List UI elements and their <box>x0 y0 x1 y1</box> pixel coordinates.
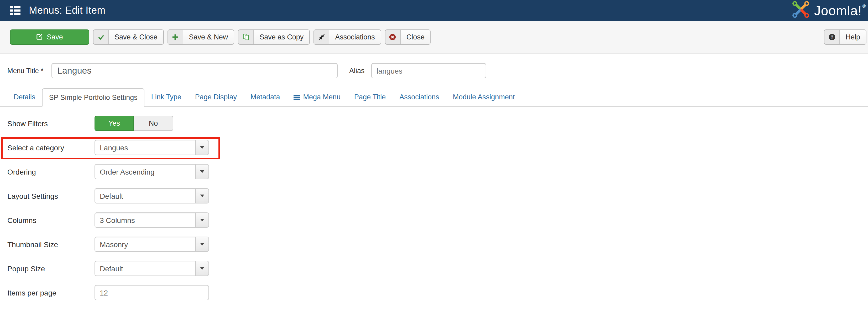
cancel-icon <box>385 30 401 44</box>
chevron-down-icon <box>200 267 204 270</box>
tab-details[interactable]: Details <box>7 88 42 106</box>
items-per-page-label: Items per page <box>0 288 95 297</box>
category-select-value[interactable]: Langues <box>95 140 195 155</box>
menu-title-label: Menu Title * <box>0 67 52 75</box>
help-button[interactable]: ? Help <box>824 29 866 45</box>
edit-item-form: Menu Title * Alias Details SP Simple Por… <box>0 63 868 300</box>
thumbnail-size-select-value[interactable]: Masonry <box>95 237 195 252</box>
chevron-down-icon <box>200 146 204 149</box>
select-category-label: Select a category <box>0 143 95 152</box>
thumbnail-size-select-caret-button[interactable] <box>195 237 209 252</box>
popup-size-row: Popup Size Default <box>0 261 868 276</box>
layout-settings-select-caret-button[interactable] <box>195 188 209 203</box>
tab-bar: Details SP Simple Portfolio Settings Lin… <box>0 87 868 107</box>
alias-label: Alias <box>349 67 365 75</box>
tab-metadata[interactable]: Metadata <box>244 88 287 106</box>
columns-select-value[interactable]: 3 Columns <box>95 212 195 228</box>
ordering-label: Ordering <box>0 168 95 176</box>
page-title: Menus: Edit Item <box>29 5 105 16</box>
chevron-down-icon <box>200 195 204 197</box>
show-filters-row: Show Filters Yes No <box>0 116 868 131</box>
save-and-new-button[interactable]: Save & New <box>167 29 235 45</box>
tab-sp-simple-portfolio-settings[interactable]: SP Simple Portfolio Settings <box>42 88 145 107</box>
items-per-page-input[interactable] <box>95 285 209 300</box>
ordering-row: Ordering Order Ascending <box>0 164 868 179</box>
tab-link-type[interactable]: Link Type <box>145 88 188 106</box>
hamburger-icon <box>294 94 300 99</box>
alias-input[interactable] <box>372 63 487 78</box>
select-category-row: Select a category Langues <box>0 140 868 155</box>
ordering-select-caret-button[interactable] <box>195 164 209 179</box>
popup-size-select-value[interactable]: Default <box>95 261 195 276</box>
tab-page-title[interactable]: Page Title <box>347 88 393 106</box>
tab-associations[interactable]: Associations <box>393 88 446 106</box>
save-button[interactable]: Save <box>10 29 89 45</box>
chevron-down-icon <box>200 170 204 173</box>
category-select: Langues <box>95 140 209 155</box>
layout-settings-label: Layout Settings <box>0 192 95 200</box>
close-button[interactable]: Close <box>385 29 431 45</box>
tab-page-display[interactable]: Page Display <box>188 88 244 106</box>
columns-select-caret-button[interactable] <box>195 212 209 228</box>
items-per-page-row: Items per page <box>0 285 868 300</box>
tab-module-assignment[interactable]: Module Assignment <box>446 88 522 106</box>
popup-size-select-caret-button[interactable] <box>195 261 209 276</box>
thumbnail-size-select: Masonry <box>95 237 209 252</box>
layout-settings-select: Default <box>95 188 209 203</box>
category-select-caret-button[interactable] <box>195 140 209 155</box>
joomla-logo: Joomla! ® <box>792 0 866 21</box>
chevron-down-icon <box>200 219 204 221</box>
toolbar: Save Save & Close Save & New Save as Cop… <box>0 21 868 54</box>
show-filters-toggle: Yes No <box>95 116 173 131</box>
plus-icon <box>168 30 183 44</box>
save-as-copy-button[interactable]: Save as Copy <box>238 29 310 45</box>
columns-label: Columns <box>0 216 95 224</box>
popup-size-select: Default <box>95 261 209 276</box>
portfolio-settings-panel: Show Filters Yes No Select a category La… <box>0 116 868 300</box>
show-filters-yes-button[interactable]: Yes <box>95 116 134 131</box>
thumbnail-size-row: Thumbnail Size Masonry <box>0 237 868 252</box>
admin-menu-icon[interactable] <box>10 5 21 16</box>
associations-button[interactable]: Associations <box>313 29 381 45</box>
chevron-down-icon <box>200 243 204 246</box>
show-filters-label: Show Filters <box>0 119 95 127</box>
admin-header: Menus: Edit Item Joomla! <box>0 0 868 21</box>
layout-settings-select-value[interactable]: Default <box>95 188 195 203</box>
save-and-close-button[interactable]: Save & Close <box>93 29 164 45</box>
ordering-select-value[interactable]: Order Ascending <box>95 164 195 179</box>
check-icon <box>93 30 109 44</box>
tab-mega-menu[interactable]: Mega Menu <box>287 88 348 106</box>
thumbnail-size-label: Thumbnail Size <box>0 240 95 249</box>
show-filters-no-button[interactable]: No <box>134 116 173 131</box>
question-icon: ? <box>825 30 840 44</box>
columns-row: Columns 3 Columns <box>0 212 868 228</box>
contract-arrows-icon <box>314 30 329 44</box>
ordering-select: Order Ascending <box>95 164 209 179</box>
columns-select: 3 Columns <box>95 212 209 228</box>
joomla-wordmark: Joomla! <box>814 3 862 18</box>
svg-text:?: ? <box>831 35 833 40</box>
popup-size-label: Popup Size <box>0 264 95 272</box>
save-icon <box>36 33 43 41</box>
title-row: Menu Title * Alias <box>0 63 868 78</box>
menu-title-input[interactable] <box>52 63 338 78</box>
registered-mark: ® <box>863 4 866 9</box>
joomla-symbol-icon <box>792 1 810 21</box>
copy-icon <box>239 30 254 44</box>
page: Menus: Edit Item Joomla! <box>0 0 868 316</box>
layout-settings-row: Layout Settings Default <box>0 188 868 203</box>
